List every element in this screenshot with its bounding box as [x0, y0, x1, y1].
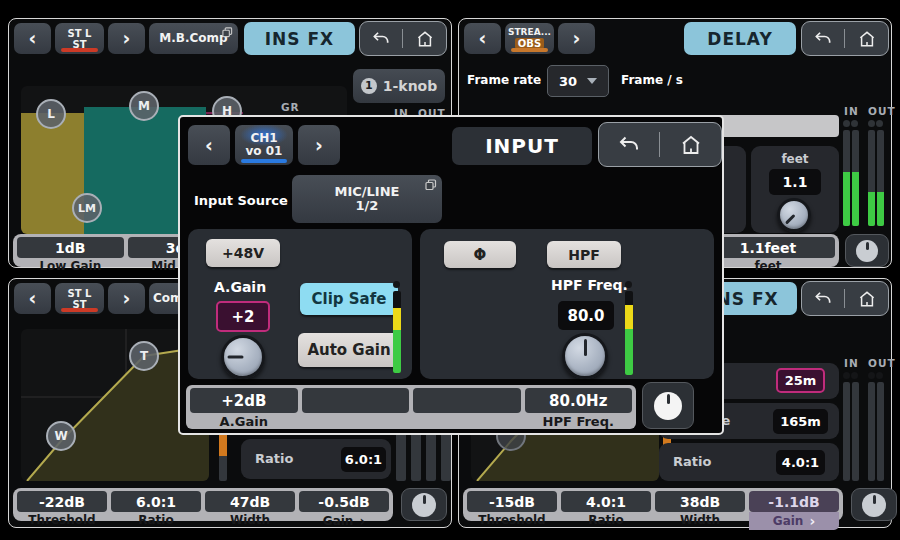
lowmid-band-knob-marker[interactable]: LM — [72, 193, 102, 223]
param-bottom-bar: +2dB 80.0Hz A.Gain HPF Freq. — [186, 385, 636, 429]
out-meter-r — [877, 382, 884, 481]
release-value[interactable]: 165m — [773, 409, 828, 434]
home-button[interactable] — [850, 282, 884, 315]
out-peak-dot — [868, 120, 875, 127]
page-title-delay: DELAY — [684, 22, 796, 55]
hpf-freq-value-cell[interactable]: 80.0Hz — [525, 388, 633, 413]
meter-peak-dot — [393, 281, 400, 288]
low-gain-value-cell[interactable]: 1dB — [17, 237, 124, 258]
threshold-value-cell[interactable]: -22dB — [17, 491, 107, 512]
out-peak-dot — [868, 372, 875, 379]
auto-gain-button[interactable]: Auto Gain — [298, 333, 400, 367]
touch-knob-button[interactable] — [642, 382, 694, 429]
chevron-right-icon: › — [123, 289, 131, 308]
mid-band-knob-marker[interactable]: M — [129, 91, 159, 121]
input-level-meter — [625, 291, 633, 375]
threshold-value-cell[interactable]: -15dB — [467, 491, 557, 512]
in-meter-l — [843, 130, 850, 226]
in-label: IN — [844, 105, 859, 117]
out-meter-l — [868, 130, 875, 226]
gain-value-cell-selected[interactable]: -1.1dB — [749, 491, 839, 512]
next-channel-button[interactable]: › — [108, 23, 145, 54]
prev-channel-button[interactable]: ‹ — [188, 125, 230, 165]
analog-gain-section: +48V A.Gain +2 Clip Safe Auto Gain — [188, 229, 412, 379]
page-button-mbcomp[interactable]: M.B.Comp — [149, 23, 238, 54]
hpf-freq-knob[interactable] — [562, 333, 608, 379]
low-band-knob-marker[interactable]: L — [36, 99, 66, 129]
feet-knob[interactable] — [777, 198, 811, 232]
threshold-knob-marker[interactable]: T — [129, 341, 159, 371]
back-button[interactable] — [364, 22, 398, 55]
mixer-screen: ‹ ST L ST › M.B.Comp INS FX L M H LM GR — [0, 0, 900, 540]
input-source-button[interactable]: MIC/LINE 1/2 — [292, 175, 442, 223]
divider — [402, 29, 403, 48]
chevron-left-icon: ‹ — [479, 29, 487, 48]
hpf-freq-value[interactable]: 80.0 — [558, 301, 614, 330]
prev-channel-button[interactable]: ‹ — [14, 283, 51, 314]
prev-channel-button[interactable]: ‹ — [14, 23, 51, 54]
more-params-icon[interactable]: › — [359, 513, 365, 530]
touch-knob-button[interactable] — [851, 488, 897, 521]
page-title-insfx: INS FX — [244, 22, 355, 55]
back-button[interactable] — [605, 123, 654, 166]
width-knob-marker[interactable]: W — [46, 421, 76, 451]
again-value-cell[interactable]: +2dB — [190, 388, 298, 413]
gain-value-cell[interactable]: -0.5dB — [299, 491, 389, 512]
empty-value-cell[interactable] — [413, 388, 521, 413]
one-badge-icon: 1 — [361, 78, 377, 94]
clip-safe-button[interactable]: Clip Safe — [300, 283, 398, 315]
width-value-cell[interactable]: 38dB — [655, 491, 745, 512]
hpf-freq-label: HPF Freq. — [551, 277, 628, 293]
dialog-title: INPUT — [452, 127, 592, 165]
prev-channel-button[interactable]: ‹ — [464, 23, 501, 54]
again-knob[interactable] — [221, 335, 265, 379]
out-meter-r — [877, 130, 884, 226]
width-value-cell[interactable]: 47dB — [205, 491, 295, 512]
ratio-value-cell[interactable]: 4.0:1 — [561, 491, 651, 512]
home-button[interactable] — [408, 22, 442, 55]
chevron-right-icon: › — [573, 29, 581, 48]
channel-select-button[interactable]: ST L ST — [55, 283, 104, 314]
out-meter-l — [868, 382, 875, 481]
ratio-value-cell[interactable]: 6.0:1 — [111, 491, 201, 512]
chevron-right-icon: › — [315, 136, 323, 155]
phase-button[interactable]: Φ — [444, 241, 516, 268]
frame-rate-label: Frame rate — [467, 73, 541, 87]
empty-value-cell[interactable] — [302, 388, 410, 413]
divider — [844, 289, 845, 308]
hpf-button[interactable]: HPF — [547, 241, 621, 268]
touch-knob-button[interactable] — [401, 488, 447, 521]
ratio-row: Ratio 6.0:1 — [241, 439, 391, 479]
next-channel-button[interactable]: › — [298, 125, 340, 165]
again-value[interactable]: +2 — [216, 301, 270, 332]
dropdown-arrow-icon — [587, 78, 597, 84]
touch-knob-button[interactable] — [845, 234, 889, 267]
back-button[interactable] — [806, 22, 840, 55]
one-knob-button[interactable]: 1 1-knob — [353, 69, 445, 103]
ratio-value[interactable]: 6.0:1 — [341, 447, 386, 472]
chevron-left-icon: ‹ — [29, 289, 37, 308]
out-label: OUT — [868, 357, 896, 369]
next-channel-button[interactable]: › — [558, 23, 595, 54]
home-button[interactable] — [666, 123, 715, 166]
back-button[interactable] — [806, 282, 840, 315]
phase-hpf-section: Φ HPF HPF Freq. 80.0 — [420, 229, 714, 379]
channel-select-button[interactable]: ST L ST — [55, 23, 104, 54]
in-peak-dot — [843, 120, 850, 127]
channel-select-button[interactable]: CH1 vo 01 — [235, 125, 293, 165]
ratio-value[interactable]: 4.0:1 — [776, 450, 825, 475]
param-bottom-bar: -22dB 6.0:1 47dB -0.5dB Threshold Ratio … — [13, 488, 393, 521]
again-label: A.Gain — [214, 279, 266, 295]
next-channel-button[interactable]: › — [108, 283, 145, 314]
delay-feet-box: feet 1.1 — [751, 146, 839, 233]
home-button[interactable] — [850, 22, 884, 55]
phantom-48v-button[interactable]: +48V — [206, 239, 280, 267]
chevron-right-icon: › — [123, 29, 131, 48]
channel-select-button[interactable]: STREA... OBS — [505, 23, 554, 54]
feet-value[interactable]: 1.1 — [769, 169, 821, 195]
input-source-label: Input Source — [194, 193, 288, 208]
more-params-icon[interactable]: › — [809, 513, 815, 530]
divider — [659, 132, 660, 157]
frame-rate-dropdown[interactable]: 30 — [547, 65, 609, 97]
attack-value[interactable]: 25m — [776, 368, 825, 393]
